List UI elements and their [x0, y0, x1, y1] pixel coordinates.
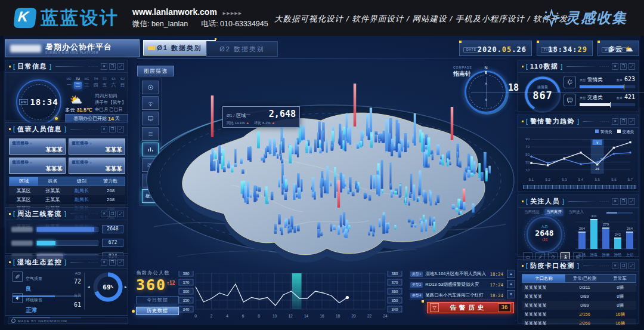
bracket-icon: [	[526, 118, 528, 125]
expand-icon[interactable]: ⤢	[117, 259, 124, 266]
window-icon[interactable]: ❐	[109, 211, 116, 217]
duty-leader-card[interactable]: 值班领导»⋯某某某	[69, 158, 125, 174]
close-icon[interactable]: ✕	[101, 211, 107, 217]
duty-leader-card[interactable]: 值班领导»⋯某某某	[9, 138, 66, 155]
tab-data-category-2[interactable]: Ø2 数据类别	[206, 41, 278, 57]
platform-subtitle: SUMMER WORKING PLATFORM	[45, 51, 106, 54]
expand-icon[interactable]: ⤢	[628, 118, 635, 125]
site-url[interactable]: www.lanlanwork.com	[132, 7, 217, 17]
svg-text:上访: 上访	[626, 252, 634, 257]
alert-row[interactable]: 类型2RD13-53烟感报警疑似火灾17:24	[409, 280, 504, 289]
flow-row: 672	[11, 238, 123, 248]
column-header[interactable]: 姓名	[38, 177, 67, 186]
column-header[interactable]: 级别	[67, 177, 96, 186]
time-value: 18:34:29	[548, 45, 587, 54]
column-header[interactable]: 卡口名称	[522, 275, 565, 282]
alert-row[interactable]: 类型1湿地3-104片区有不明人员闯入18:24	[409, 270, 504, 279]
column-header[interactable]: 警力数	[96, 177, 125, 186]
svg-text:20: 20	[351, 314, 356, 318]
close-icon[interactable]: ✕	[101, 259, 107, 266]
close-icon[interactable]: ✕	[612, 118, 618, 125]
panel-header: [周边三线客流]·····✕❐⤢	[5, 208, 128, 220]
column-header[interactable]: 异常/已检测	[565, 275, 604, 282]
warning-icon: ▽	[430, 303, 439, 312]
alert-history-count: 36	[498, 303, 511, 312]
expand-icon[interactable]: ⤢	[117, 63, 124, 70]
alert-row[interactable]: 类型4某路口有小汽车连闯三个红灯18:24	[409, 291, 504, 300]
svg-text:10: 10	[525, 168, 530, 172]
expand-icon[interactable]: ⤢	[628, 198, 635, 205]
window-icon[interactable]: ❐	[620, 263, 627, 269]
alert-history-banner[interactable]: ▽ 告警历史 36	[427, 302, 514, 313]
svg-text:涉毒: 涉毒	[590, 252, 599, 257]
window-icon[interactable]: ❐	[109, 63, 116, 70]
expand-icon[interactable]: ⤢	[628, 63, 635, 70]
duty-leader-card[interactable]: 值班领导»⋯某某某	[69, 138, 125, 155]
redacted-city-logo	[10, 45, 41, 53]
focus-tab[interactable]: 当日抵达	[523, 209, 541, 215]
header-dots: ·····	[599, 119, 609, 124]
panel-title: 湿地生态监控	[17, 258, 62, 267]
window-icon[interactable]: ❐	[620, 63, 627, 70]
focus-bar-chart: 264在逃311涉毒279涉暴242涉恐264上访	[574, 211, 637, 262]
panel-title: 值班人员信息	[17, 125, 62, 134]
bracket-icon: [	[13, 126, 15, 132]
header-line	[55, 66, 84, 67]
window-icon[interactable]: ❐	[109, 126, 116, 132]
close-icon[interactable]: ✕	[612, 263, 618, 269]
window-icon[interactable]: ❐	[620, 198, 627, 205]
close-icon[interactable]: ✕	[612, 63, 618, 70]
week-day[interactable]: SA六	[110, 77, 117, 89]
scroll-down-icon[interactable]: ▼	[507, 290, 515, 298]
gauge-left-arrow-icon[interactable]: ◂	[88, 285, 90, 289]
window-controls: ✕❐⤢	[612, 63, 635, 70]
bracket-icon: ]	[577, 118, 579, 125]
week-day[interactable]: SU日	[119, 77, 126, 89]
window-icon[interactable]: ❐	[109, 259, 116, 266]
trend-scrollbar[interactable]	[523, 185, 636, 189]
week-day[interactable]: TU二	[74, 77, 82, 89]
svg-text:340: 340	[183, 307, 190, 312]
column-header[interactable]: 异常车	[604, 275, 636, 282]
tab-data-category-1[interactable]: Ø1 数据类别	[143, 40, 216, 55]
duty-leader-card[interactable]: 值班领导»⋯某某某	[9, 158, 66, 174]
panel-header: [湿地生态监控]·····✕❐⤢	[5, 256, 128, 269]
window-icon[interactable]: ❐	[620, 118, 627, 125]
svg-text:2: 2	[210, 314, 213, 318]
week-day[interactable]: TH四	[92, 77, 100, 89]
duty-name: 某某某	[72, 146, 122, 154]
column-header[interactable]: 区域	[10, 177, 38, 186]
expand-icon[interactable]: ⤢	[117, 211, 124, 217]
map-3d-scene[interactable]	[142, 78, 519, 275]
history-data-button[interactable]: 历史数据	[136, 307, 179, 315]
week-day[interactable]: MO一	[65, 77, 73, 89]
call-type-row: 类型警情类数量623	[564, 76, 635, 88]
logo[interactable]: K 蓝蓝设计	[14, 6, 119, 30]
leaf-icon	[13, 272, 23, 282]
alert-type-badge: 类型1	[410, 272, 423, 277]
duty-leader-cards: 值班领导»⋯某某某值班领导»⋯某某某值班领导»⋯某某某值班领导»⋯某某某	[9, 138, 125, 174]
close-icon[interactable]: ✕	[612, 198, 618, 205]
scroll-up-icon[interactable]: ▲	[507, 270, 515, 278]
week-day[interactable]: WE三	[83, 77, 91, 89]
inspiration-collect[interactable]: 灵感收集	[543, 8, 627, 27]
svg-text:264: 264	[627, 227, 633, 230]
expand-icon[interactable]: ⤢	[628, 263, 635, 269]
close-icon[interactable]: ✕	[101, 63, 107, 70]
svg-text:380: 380	[183, 272, 190, 276]
count-label: 数量	[617, 78, 623, 82]
scroll-dot-icon[interactable]: ●	[507, 280, 515, 288]
police-calls-gauge: 接警量 867	[524, 76, 561, 113]
gauge-right-arrow-icon[interactable]: ▸	[125, 285, 127, 289]
table-row: 某某某某0/890辆	[522, 292, 636, 301]
close-icon[interactable]: ✕	[101, 126, 107, 132]
panel-focus-persons: [关注人员]·····✕❐⤢ 当日抵达当日离开当日进入 人员 2648 ↑24 …	[518, 195, 639, 257]
svg-text:360: 360	[183, 289, 190, 294]
svg-text:∨: ∨	[596, 141, 598, 144]
header-dots: ·····	[88, 127, 98, 131]
expand-icon[interactable]: ⤢	[117, 126, 124, 132]
panel-header: [防疫卡口检测]·····✕❐⤢	[518, 260, 639, 272]
week-day[interactable]: FR五	[101, 77, 109, 89]
type-label: 类型	[580, 78, 586, 82]
today-data-button[interactable]: 今日数据	[136, 296, 179, 304]
